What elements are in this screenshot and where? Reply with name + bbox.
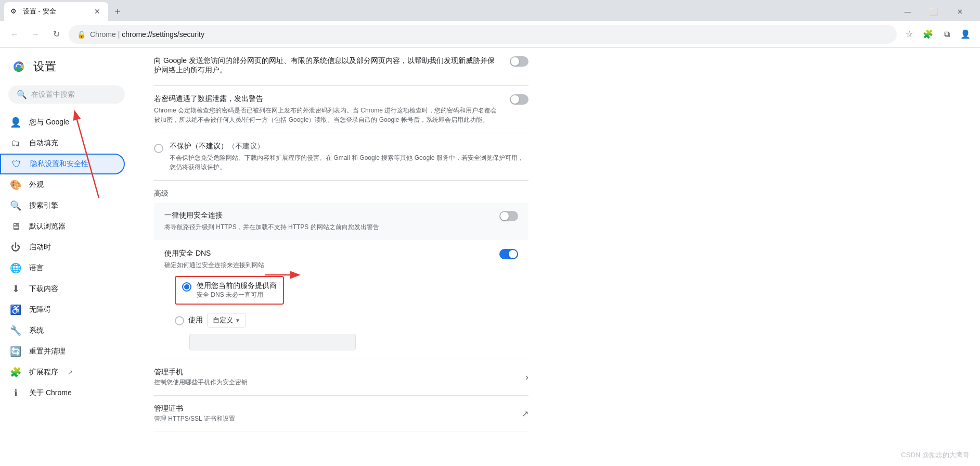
sidebar-item-reset[interactable]: 🔄 重置并清理 [0, 341, 125, 362]
sidebar-item-downloads[interactable]: ⬇ 下载内容 [0, 279, 125, 299]
sidebar-item-label-privacy: 隐私设置和安全性 [30, 159, 88, 169]
password-leak-toggle[interactable] [510, 94, 528, 105]
content-area: 向 Google 发送您访问的部分网页的网址、有限的系统信息以及部分网页内容，以… [133, 48, 980, 466]
password-warning-toggle[interactable] [510, 56, 528, 67]
sidebar-item-google[interactable]: 👤 您与 Google [0, 112, 125, 133]
secure-dns-toggle[interactable] [499, 249, 518, 259]
manage-phone-desc: 控制您使用哪些手机作为安全密钥 [154, 378, 525, 387]
profile-button[interactable]: 👤 [957, 26, 974, 43]
always-https-toggle[interactable] [499, 211, 518, 221]
maximize-button[interactable]: ⬜ [922, 4, 946, 19]
sidebar-item-label-language: 语言 [29, 263, 44, 273]
bookmark-button[interactable]: ☆ [901, 26, 918, 43]
sidebar-item-startup[interactable]: ⏻ 启动时 [0, 237, 125, 258]
dns-custom-row: 使用 自定义 ▼ [175, 309, 518, 332]
password-leak-toggle-switch[interactable] [510, 94, 528, 105]
manage-phone-content: 管理手机 控制您使用哪些手机作为安全密钥 [154, 368, 525, 387]
manage-phone-section[interactable]: 管理手机 控制您使用哪些手机作为安全密钥 › [154, 359, 528, 396]
split-screen-button[interactable]: ⧉ [938, 26, 955, 43]
address-text: Chrome | chrome://settings/security [90, 30, 888, 39]
no-protection-title: 不保护（不建议）（不建议） [170, 142, 528, 151]
dns-input-container [175, 334, 518, 350]
main-area: 设置 🔍 在设置中搜索 👤 您与 Google 🗂 自动填充 [0, 48, 980, 466]
extensions-button[interactable]: 🧩 [920, 26, 936, 43]
watermark: CSDN @励志的大鹰哥 [901, 450, 970, 460]
close-window-button[interactable]: ✕ [948, 4, 972, 19]
dns-custom-input[interactable] [189, 334, 356, 350]
dns-custom-dropdown[interactable]: 自定义 ▼ [207, 313, 246, 328]
secure-dns-content: 使用安全 DNS 确定如何通过安全连接来连接到网站 [164, 249, 264, 270]
tab-favicon: ⚙ [10, 7, 19, 16]
address-bar[interactable]: 🔒 Chrome | chrome://settings/security [69, 25, 897, 44]
dns-current-provider-label: 使用您当前的服务提供商 [197, 281, 277, 291]
dns-custom-radio[interactable] [175, 316, 184, 325]
always-https-title: 一律使用安全连接 [164, 211, 379, 220]
tab-close-button[interactable]: ✕ [93, 7, 102, 16]
system-icon: 🔧 [10, 325, 21, 336]
sidebar-header: 设置 [0, 52, 133, 81]
minimize-button[interactable]: — [896, 4, 920, 19]
sidebar-item-autofill[interactable]: 🗂 自动填充 [0, 133, 125, 154]
autofill-icon: 🗂 [10, 138, 21, 148]
sidebar-item-label-appearance: 外观 [29, 180, 44, 190]
sidebar-item-label-extensions: 扩展程序 [29, 368, 58, 377]
password-leak-section: 若密码遭遇了数据泄露，发出警告 Chrome 会定期检查您的密码是否已被列在网上… [154, 86, 528, 133]
sidebar-item-about[interactable]: ℹ 关于 Chrome [0, 383, 125, 404]
manage-cert-content: 管理证书 管理 HTTPS/SSL 证书和设置 [154, 404, 522, 423]
forward-button[interactable]: → [27, 26, 44, 43]
about-icon: ℹ [10, 388, 21, 398]
password-warning-toggle-switch[interactable] [510, 56, 528, 67]
no-protection-desc: 不会保护您免受危险网站、下载内容和扩展程序的侵害。在 Gmail 和 Googl… [170, 153, 528, 172]
privacy-icon: 🛡 [11, 159, 22, 169]
sidebar-title: 设置 [33, 59, 56, 74]
always-https-content: 一律使用安全连接 将导航路径升级到 HTTPS，并在加载不支持 HTTPS 的网… [164, 211, 379, 232]
dns-current-provider-sublabel: 安全 DNS 未必一直可用 [197, 291, 277, 299]
no-protection-radio[interactable] [154, 144, 163, 153]
manage-cert-section[interactable]: 管理证书 管理 HTTPS/SSL 证书和设置 ↗ [154, 396, 528, 432]
sidebar-item-label-about: 关于 Chrome [29, 388, 72, 398]
sidebar-item-appearance[interactable]: 🎨 外观 [0, 174, 125, 195]
sidebar-item-extensions[interactable]: 🧩 扩展程序 ↗ [0, 362, 125, 383]
sidebar-item-privacy[interactable]: 🛡 隐私设置和安全性 [0, 154, 125, 174]
sidebar-item-label-startup: 启动时 [29, 243, 51, 252]
secure-dns-desc: 确定如何通过安全连接来连接到网站 [164, 260, 264, 270]
sidebar-item-browser[interactable]: 🖥 默认浏览器 [0, 216, 125, 237]
chevron-down-icon: ▼ [235, 318, 240, 323]
back-button[interactable]: ← [6, 26, 23, 43]
manage-cert-desc: 管理 HTTPS/SSL 证书和设置 [154, 414, 522, 423]
new-tab-button[interactable]: + [110, 4, 125, 19]
tab-title: 设置 - 安全 [23, 7, 88, 16]
settings-search[interactable]: 🔍 在设置中搜索 [8, 85, 125, 104]
browser-icon: 🖥 [10, 221, 21, 232]
no-protection-content: 不保护（不建议）（不建议） 不会保护您免受危险网站、下载内容和扩展程序的侵害。在… [154, 142, 528, 172]
sidebar-item-system[interactable]: 🔧 系统 [0, 320, 125, 341]
dns-options: 使用您当前的服务提供商 安全 DNS 未必一直可用 使用 自定义 [175, 276, 518, 350]
sidebar-item-label-system: 系统 [29, 326, 44, 335]
sidebar-item-label-downloads: 下载内容 [29, 284, 58, 294]
accessibility-icon: ♿ [10, 305, 21, 315]
startup-icon: ⏻ [10, 242, 21, 253]
password-warning-content: 向 Google 发送您访问的部分网页的网址、有限的系统信息以及部分网页内容，以… [154, 56, 501, 77]
sidebar-item-label-accessibility: 无障碍 [29, 305, 51, 314]
chrome-logo [10, 58, 27, 75]
nav-bar: ← → ↻ 🔒 Chrome | chrome://settings/secur… [0, 21, 980, 48]
dns-current-provider-radio[interactable] [182, 282, 191, 292]
dns-custom-dropdown-label: 自定义 [213, 316, 233, 325]
sidebar-item-accessibility[interactable]: ♿ 无障碍 [0, 299, 125, 320]
refresh-button[interactable]: ↻ [48, 26, 65, 43]
lock-icon: 🔒 [77, 30, 86, 39]
sidebar-item-label-reset: 重置并清理 [29, 347, 66, 356]
tab-bar: ⚙ 设置 - 安全 ✕ + — ⬜ ✕ [0, 0, 980, 21]
sidebar-item-search[interactable]: 🔍 搜索引擎 [0, 195, 125, 216]
active-tab[interactable]: ⚙ 设置 - 安全 ✕ [4, 2, 108, 21]
always-https-row: 一律使用安全连接 将导航路径升级到 HTTPS，并在加载不支持 HTTPS 的网… [164, 211, 518, 232]
secure-dns-title: 使用安全 DNS [164, 249, 264, 258]
always-https-desc: 将导航路径升级到 HTTPS，并在加载不支持 HTTPS 的网站之前向您发出警告 [164, 222, 379, 232]
svg-point-2 [17, 65, 21, 69]
manage-cert-title: 管理证书 [154, 404, 522, 413]
external-link-icon: ↗ [68, 369, 73, 376]
secure-dns-toggle-switch[interactable] [499, 249, 518, 259]
always-https-toggle-switch[interactable] [499, 211, 518, 221]
password-leak-content: 若密码遭遇了数据泄露，发出警告 Chrome 会定期检查您的密码是否已被列在网上… [154, 94, 501, 124]
sidebar-item-language[interactable]: 🌐 语言 [0, 258, 125, 279]
